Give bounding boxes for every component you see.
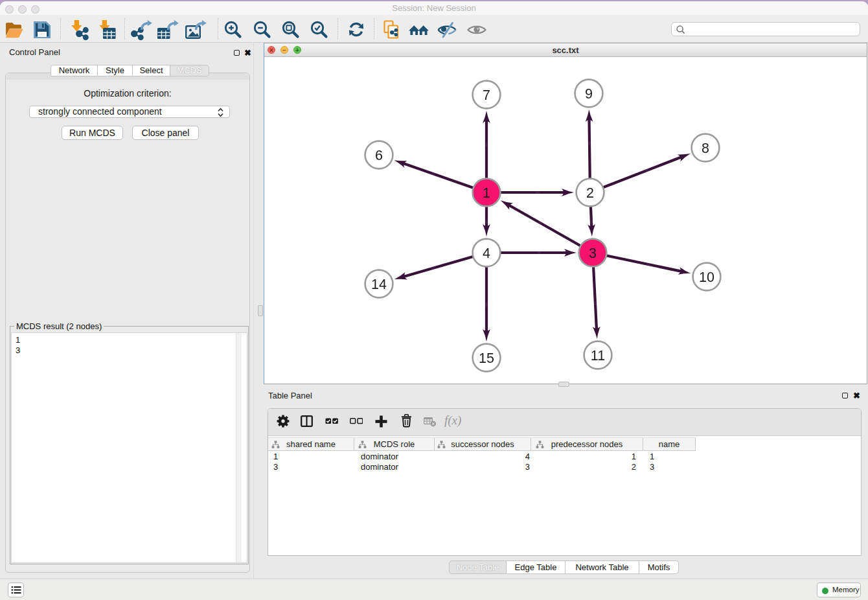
svg-text:9: 9 (585, 86, 593, 102)
svg-text:11: 11 (590, 348, 604, 363)
svg-text:3: 3 (589, 246, 597, 261)
svg-text:1: 1 (483, 185, 490, 201)
svg-text:10: 10 (699, 270, 714, 285)
svg-text:14: 14 (371, 277, 387, 292)
svg-text:7: 7 (483, 87, 490, 103)
svg-text:15: 15 (479, 351, 494, 366)
svg-text:6: 6 (375, 148, 383, 163)
svg-text:2: 2 (586, 185, 594, 201)
svg-text:8: 8 (702, 141, 709, 156)
svg-text:f(x): f(x) (444, 414, 461, 428)
svg-text:4: 4 (483, 246, 490, 261)
